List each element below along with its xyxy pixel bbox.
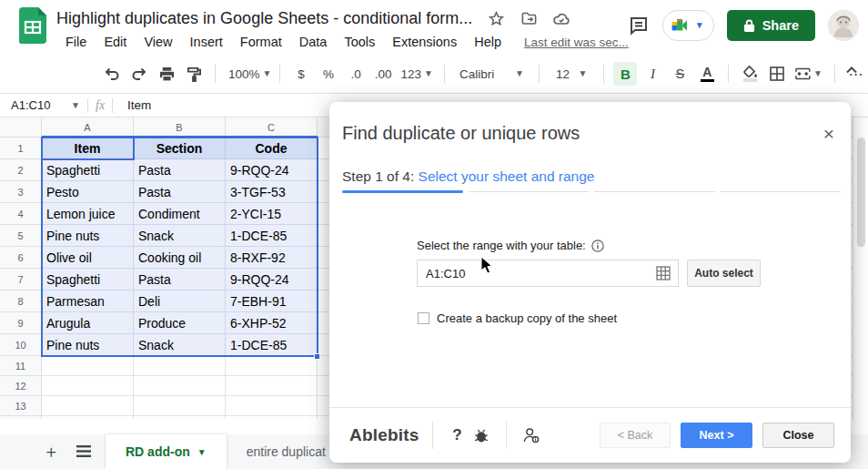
cell-B5[interactable]: Snack [134,225,226,247]
cell-C6[interactable]: 8-RXF-92 [226,247,318,269]
cell-B11[interactable] [134,356,226,376]
italic-button[interactable]: I [641,62,664,86]
document-title[interactable]: Highlight duplicates in Google Sheets - … [56,9,472,28]
fill-color-button[interactable] [738,62,762,86]
google-sheets-logo-icon[interactable] [19,7,46,44]
info-icon[interactable] [591,240,604,252]
bold-button[interactable]: B [613,62,637,86]
decrease-decimal-button[interactable]: .0 [344,62,368,86]
cell-C7[interactable]: 9-RQQ-24 [226,269,318,291]
menu-help[interactable]: Help [474,35,501,49]
menu-view[interactable]: View [144,35,172,49]
cell-B4[interactable]: Condiment [134,203,226,225]
zoom-select[interactable]: 100%▼ [225,62,270,86]
dialog-close-icon[interactable]: × [823,124,834,143]
share-button[interactable]: Share [727,10,815,41]
cell-B10[interactable]: Snack [134,334,226,356]
cell-A4[interactable]: Lemon juice [42,203,134,225]
menu-tools[interactable]: Tools [344,35,375,49]
menu-data[interactable]: Data [299,35,328,49]
select-range-grid-icon[interactable] [656,266,671,280]
cell-B7[interactable]: Pasta [134,269,226,291]
sheet-tab-entire-duplicat[interactable]: entire duplicat [227,434,346,469]
cell-C11[interactable] [226,356,318,376]
more-formats-button[interactable]: 123▼ [399,62,435,86]
cell-C3[interactable]: 3-TGF-53 [226,181,318,203]
feedback-person-icon[interactable] [520,426,543,444]
all-sheets-button[interactable] [73,441,95,463]
cell-C2[interactable]: 9-RQQ-24 [226,159,318,181]
column-header-a[interactable]: A [42,117,134,138]
cell-A2[interactable]: Spaghetti [42,159,134,181]
row-header-6[interactable]: 6 [0,247,42,269]
sheet-tab-rd-add-on[interactable]: RD add-on▼ [106,434,227,469]
menu-extensions[interactable]: Extensions [392,35,457,49]
row-header-9[interactable]: 9 [0,312,42,334]
row-header-1[interactable]: 1 [0,138,42,159]
format-percent-button[interactable]: % [317,62,340,86]
step-link[interactable]: Select your sheet and range [419,168,595,184]
cell-C10[interactable]: 1-DCE-85 [226,334,318,356]
help-button[interactable]: ? [446,426,469,444]
row-header-4[interactable]: 4 [0,203,42,225]
cell-A3[interactable]: Pesto [42,181,134,203]
cell-C8[interactable]: 7-EBH-91 [226,291,318,312]
menu-edit[interactable]: Edit [104,35,126,49]
cell-A5[interactable]: Pine nuts [42,225,134,247]
vertical-scrollbar-thumb[interactable] [857,138,865,247]
user-avatar[interactable] [828,10,859,41]
column-header-b[interactable]: B [134,117,226,138]
row-header-13[interactable]: 13 [0,396,42,416]
strikethrough-button[interactable]: S [668,62,691,86]
cell-B1[interactable]: Section [134,138,226,159]
formula-input[interactable]: Item [127,98,151,112]
cell-B12[interactable] [134,376,226,396]
backup-checkbox[interactable] [418,312,429,324]
cell-B9[interactable]: Produce [134,312,226,334]
row-header-11[interactable]: 11 [0,356,42,376]
vertical-scrollbar[interactable] [853,117,868,419]
print-button[interactable] [155,62,178,86]
menu-file[interactable]: File [66,35,86,49]
row-header-12[interactable]: 12 [0,376,42,396]
cell-A11[interactable] [42,356,134,376]
text-color-button[interactable]: A [695,62,719,86]
fill-handle[interactable] [314,353,320,360]
cell-A10[interactable]: Pine nuts [42,334,134,356]
cell-A12[interactable] [42,376,134,396]
cell-A6[interactable]: Olive oil [42,247,134,269]
cell-C1[interactable]: Code [226,138,318,159]
cell-C4[interactable]: 2-YCI-15 [226,203,318,225]
menu-insert[interactable]: Insert [190,35,223,49]
row-header-2[interactable]: 2 [0,159,42,181]
row-header-3[interactable]: 3 [0,181,42,203]
cloud-saved-icon[interactable] [552,10,570,28]
row-header-10[interactable]: 10 [0,334,42,356]
report-bug-icon[interactable] [469,427,493,444]
last-edit-link[interactable]: Last edit was sec... [524,36,629,49]
close-button[interactable]: Close [762,423,834,448]
add-sheet-button[interactable]: ＋ [40,441,62,463]
font-size-select[interactable]: 12▼ [549,62,595,86]
font-select[interactable]: Calibri▼ [454,62,530,86]
cell-A1[interactable]: Item [42,138,134,159]
name-box[interactable]: A1:C10▼ [0,98,80,112]
comments-icon[interactable] [628,15,650,36]
sheet-tab-menu-caret[interactable]: ▼ [197,447,207,457]
increase-decimal-button[interactable]: .00 [371,62,395,86]
cell-A7[interactable]: Spaghetti [42,269,134,291]
cell-B6[interactable]: Cooking oil [134,247,226,269]
menu-format[interactable]: Format [240,35,282,49]
column-header-c[interactable]: C [226,117,318,138]
meet-call-button[interactable]: ▼ [662,10,714,41]
cell-B13[interactable] [134,396,226,416]
row-header-7[interactable]: 7 [0,269,42,291]
format-currency-button[interactable]: $ [289,62,313,86]
cell-B8[interactable]: Deli [134,291,226,312]
back-button[interactable]: < Back [600,423,671,448]
paint-format-button[interactable] [182,62,206,86]
cell-A8[interactable]: Parmesan [42,291,134,312]
cell-C5[interactable]: 1-DCE-85 [226,225,318,247]
row-header-5[interactable]: 5 [0,225,42,247]
cell-B2[interactable]: Pasta [134,159,226,181]
